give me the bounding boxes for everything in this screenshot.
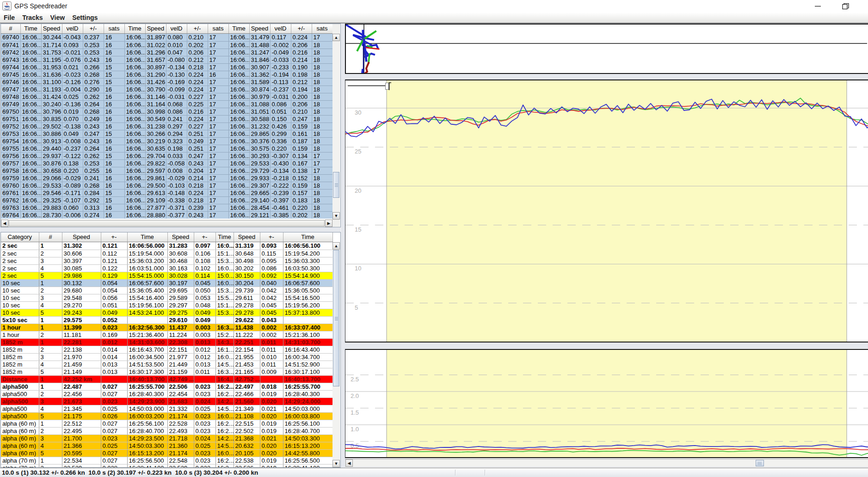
table-cell[interactable]: 16:1... xyxy=(215,346,234,353)
table-cell[interactable]: 0.187 xyxy=(291,137,312,145)
table-cell[interactable]: -0.385 xyxy=(270,211,291,219)
table-cell[interactable]: 29.739 xyxy=(234,287,260,294)
table-cell[interactable]: 17 xyxy=(208,196,228,204)
table-cell[interactable]: 0.042 xyxy=(260,294,283,301)
table-cell[interactable]: 15:54:16.500 xyxy=(283,294,332,301)
table-cell[interactable]: 14:5... xyxy=(215,361,234,368)
table-splitter[interactable] xyxy=(0,227,341,232)
table-cell[interactable]: 22.538 xyxy=(234,457,260,464)
table-cell[interactable]: 30.575 xyxy=(249,145,270,152)
table-cell[interactable]: 31.362 xyxy=(249,71,270,78)
table-cell[interactable]: 16:28:40.300 xyxy=(283,390,332,398)
table-cell[interactable]: 69760 xyxy=(1,182,20,189)
table-cell[interactable]: 0.086 xyxy=(166,108,187,115)
points-row[interactable]: 6974716:06...31.193-0.0040.2901616:06...… xyxy=(1,86,332,93)
table-cell[interactable]: 69762 xyxy=(1,196,20,204)
table-cell[interactable]: 0.025 xyxy=(101,442,127,449)
table-cell[interactable]: 0.253 xyxy=(83,159,104,167)
table-cell[interactable]: 0.002 xyxy=(260,324,283,331)
table-cell[interactable]: 10 sec xyxy=(1,279,39,287)
table-cell[interactable]: 0.047 xyxy=(166,49,187,56)
table-cell[interactable]: 16:06... xyxy=(124,189,145,196)
column-header[interactable]: +- xyxy=(101,232,127,242)
table-cell[interactable]: 0.024 xyxy=(194,434,215,442)
table-cell[interactable]: 16:2... xyxy=(215,457,234,464)
table-cell[interactable]: 16:06... xyxy=(124,204,145,211)
table-cell[interactable]: 15:21:36.100 xyxy=(283,331,332,338)
column-header[interactable]: velD xyxy=(62,24,83,33)
results-row[interactable]: alpha (60 m)222.4950.02716:28:40.70022.4… xyxy=(1,427,332,434)
table-cell[interactable]: 21.453 xyxy=(234,361,260,368)
results-table-vscrollbar[interactable]: ▲ ▼ xyxy=(332,242,340,467)
table-cell[interactable]: 11.181 xyxy=(62,331,101,338)
table-cell[interactable]: 16:03:50.300 xyxy=(283,264,332,272)
table-cell[interactable]: 18 xyxy=(312,71,332,78)
results-row[interactable]: 1 hour111.3990.02316:32:56.30011.4370.00… xyxy=(1,324,332,331)
table-cell[interactable]: 0.194 xyxy=(291,86,312,93)
table-cell[interactable]: 29.622 xyxy=(234,316,260,324)
table-cell[interactable]: 16:06... xyxy=(124,93,145,100)
results-row[interactable]: 2 sec430.0850.12216:03:51.00030.1630.102… xyxy=(1,264,332,272)
table-cell[interactable]: 29.665 xyxy=(249,189,270,196)
table-cell[interactable]: 21.149 xyxy=(62,368,101,375)
table-cell[interactable]: 16:4... xyxy=(215,375,234,383)
table-cell[interactable]: 0.013 xyxy=(194,338,215,346)
table-cell[interactable]: 16:06... xyxy=(124,86,145,93)
column-header[interactable]: sats xyxy=(208,24,228,33)
results-row[interactable]: alpha500222.4560.02716:28:40.30022.4540.… xyxy=(1,390,332,398)
table-cell[interactable]: 16:06... xyxy=(20,49,41,56)
table-cell[interactable]: 16:06... xyxy=(228,174,249,182)
table-cell[interactable]: 2 sec xyxy=(1,272,39,279)
table-cell[interactable]: 30.588 xyxy=(249,115,270,122)
points-row[interactable]: 6975816:06...30.6580.2200.2551616:06...2… xyxy=(1,167,332,174)
table-cell[interactable]: 11.437 xyxy=(167,324,194,331)
table-cell[interactable]: 16:06... xyxy=(20,159,41,167)
table-cell[interactable]: 69740 xyxy=(1,34,20,41)
scroll-down-button[interactable]: ▼ xyxy=(332,212,340,220)
table-cell[interactable]: 0.023 xyxy=(101,398,127,405)
table-cell[interactable]: 0.239 xyxy=(187,204,208,211)
table-cell[interactable]: 0.159 xyxy=(291,122,312,130)
table-cell[interactable]: 0.019 xyxy=(260,420,283,427)
table-cell[interactable]: 30.468 xyxy=(167,257,194,264)
table-cell[interactable]: 16:06... xyxy=(124,49,145,56)
table-cell[interactable]: 16 xyxy=(104,122,124,130)
table-cell[interactable]: 21.332 xyxy=(167,405,194,412)
table-cell[interactable]: 14:2... xyxy=(215,398,234,405)
table-cell[interactable]: 31.636 xyxy=(41,71,62,78)
table-cell[interactable]: 0.021 xyxy=(260,434,283,442)
table-cell[interactable]: 16:06... xyxy=(20,71,41,78)
table-cell[interactable]: 16:06... xyxy=(20,56,41,63)
table-cell[interactable]: 31.426 xyxy=(145,78,166,86)
table-cell[interactable]: 0.014 xyxy=(101,346,127,353)
table-cell[interactable]: 1 hour xyxy=(1,324,39,331)
table-cell[interactable]: 29.270 xyxy=(62,301,101,309)
table-cell[interactable]: 17 xyxy=(208,167,228,174)
table-cell[interactable] xyxy=(101,375,127,383)
table-cell[interactable]: 15 xyxy=(104,189,124,196)
table-cell[interactable]: 16:06... xyxy=(228,78,249,86)
table-cell[interactable]: 3 xyxy=(39,294,62,301)
table-cell[interactable]: 17 xyxy=(208,182,228,189)
table-cell[interactable]: 29.883 xyxy=(41,204,62,211)
table-cell[interactable]: -0.218 xyxy=(270,174,291,182)
table-cell[interactable]: 30.244 xyxy=(41,34,62,41)
table-cell[interactable]: -0.397 xyxy=(270,196,291,204)
table-cell[interactable]: 18 xyxy=(312,41,332,49)
table-cell[interactable]: 17 xyxy=(208,211,228,219)
table-cell[interactable]: 0.054 xyxy=(101,279,127,287)
table-cell[interactable]: 29.613 xyxy=(145,189,166,196)
table-cell[interactable]: 15:3... xyxy=(215,287,234,294)
table-cell[interactable]: 16:06... xyxy=(228,145,249,152)
table-cell[interactable]: 0.268 xyxy=(83,108,104,115)
table-cell[interactable]: 0.097 xyxy=(194,242,215,250)
table-cell[interactable]: 18 xyxy=(312,86,332,93)
column-header[interactable]: Speed xyxy=(249,24,270,33)
table-cell[interactable]: 21.955 xyxy=(234,353,260,361)
table-cell[interactable]: 0.112 xyxy=(101,250,127,257)
table-cell[interactable]: 16 xyxy=(104,145,124,152)
table-cell[interactable]: 0.023 xyxy=(194,383,215,390)
results-row[interactable]: alpha (60 m)520.5950.02716:15:13.20021.1… xyxy=(1,449,332,457)
table-cell[interactable]: -0.113 xyxy=(270,78,291,86)
table-cell[interactable]: 22.456 xyxy=(62,390,101,398)
